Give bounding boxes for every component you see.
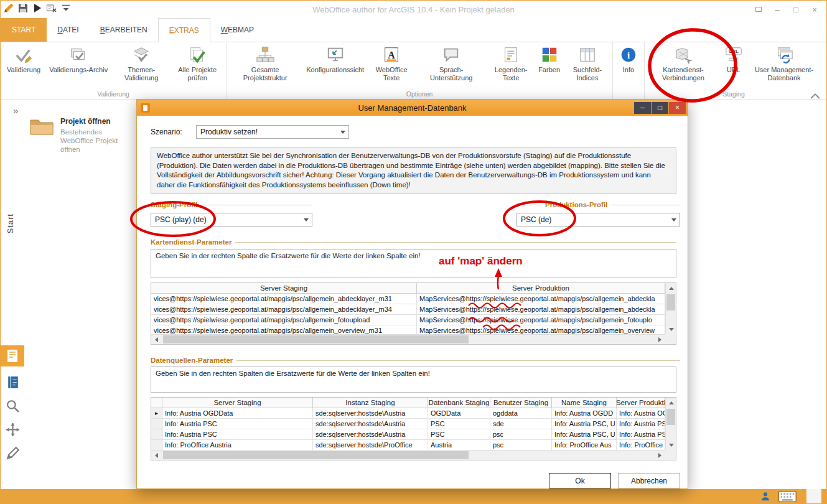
scroll-down-button[interactable] bbox=[666, 440, 676, 450]
ribbon-button-kartendienst-verbindungen[interactable]: Kartendienst-Verbindungen bbox=[647, 43, 720, 90]
dialog-minimize-button[interactable]: – bbox=[634, 102, 651, 114]
ribbon-button-alle-projekte-prüfen[interactable]: Alle Projekte prüfen bbox=[171, 43, 224, 90]
scrollbar-thumb[interactable] bbox=[163, 451, 469, 459]
table-cell: sde:sqlserver:hostsde\Austria bbox=[313, 429, 428, 440]
window-layout-icon[interactable] bbox=[749, 2, 768, 16]
keyboard-icon[interactable] bbox=[778, 491, 797, 502]
column-header[interactable]: Server Produktion bbox=[417, 283, 665, 294]
notebook-icon[interactable] bbox=[5, 375, 21, 390]
tab-datei[interactable]: DATEI bbox=[47, 18, 89, 42]
dialog-titlebar[interactable]: User Management-Datenbank – □ × bbox=[137, 100, 688, 116]
table-cell: Info: Austria OGDD bbox=[552, 408, 617, 419]
ribbon-button-url[interactable]: URLURL bbox=[720, 43, 747, 90]
ribbon-button-validierung[interactable]: Validierung bbox=[2, 43, 45, 90]
toolbar-dropdown-icon[interactable] bbox=[60, 2, 72, 14]
grid-header-row: Server StagingServer Produktion bbox=[151, 283, 665, 294]
table-cell: Info: ProOffice Aus bbox=[552, 440, 617, 450]
table-row[interactable]: vices@https://spielwiese.geoportal.at/ma… bbox=[151, 304, 665, 315]
table-row[interactable]: ►Info: Austria OGDDatasde:sqlserver:host… bbox=[151, 408, 665, 419]
ribbon-button-info[interactable]: iInfo bbox=[615, 43, 642, 90]
cancel-button[interactable]: Abbrechen bbox=[618, 473, 680, 488]
horizontal-scrollbar[interactable] bbox=[151, 450, 665, 460]
column-header[interactable]: Name Staging bbox=[552, 398, 617, 408]
search-icon[interactable] bbox=[5, 398, 21, 414]
recent-project-item[interactable]: Projekt öffnen Bestehendes WebOffice Pro… bbox=[29, 117, 139, 154]
tab-bearbeiten[interactable]: BEARBEITEN bbox=[90, 18, 158, 42]
move-icon[interactable] bbox=[5, 422, 21, 437]
table-row[interactable]: Info: Austria PSCsde:sqlserver:hostsde\A… bbox=[151, 429, 665, 440]
mapservice-parameter-label: Kartendienst-Parameter bbox=[151, 238, 231, 246]
table-row[interactable]: vices@https://spielwiese.geoportal.at/ma… bbox=[151, 315, 665, 325]
scroll-left-button[interactable] bbox=[151, 335, 162, 345]
close-button[interactable]: × bbox=[805, 2, 824, 16]
minimize-button[interactable]: – bbox=[768, 2, 787, 16]
ribbon-button-user-management-datenbank[interactable]: User Management-Datenbank bbox=[747, 43, 821, 90]
expand-panel-button[interactable]: » bbox=[13, 105, 18, 116]
table-row[interactable]: vices@https://spielwiese.geoportal.at/ma… bbox=[151, 294, 665, 304]
close-project-icon[interactable] bbox=[46, 2, 57, 14]
horizontal-scrollbar[interactable] bbox=[151, 334, 665, 344]
tab-start[interactable]: START bbox=[1, 18, 47, 42]
ribbon-button-farben[interactable]: Farben bbox=[534, 43, 564, 90]
scrollbar-thumb[interactable] bbox=[163, 335, 469, 343]
scroll-right-button[interactable] bbox=[655, 335, 665, 345]
scroll-down-button[interactable] bbox=[666, 324, 676, 334]
table-cell: Info: Austria OGDData bbox=[162, 408, 313, 419]
user-person-icon[interactable] bbox=[760, 491, 771, 502]
save-icon[interactable] bbox=[17, 2, 29, 14]
ribbon-button-weboffice-texte[interactable]: AWebOffice Texte bbox=[368, 43, 414, 90]
ribbon-button-konfigurationssicht[interactable]: Konfigurationssicht bbox=[302, 43, 368, 90]
ok-button[interactable]: Ok bbox=[549, 473, 611, 488]
ribbon-button-suchfeld-indices[interactable]: Suchfeld-Indices bbox=[564, 43, 610, 90]
column-header[interactable]: Server Staging bbox=[151, 283, 417, 294]
project-map-icon[interactable] bbox=[1, 345, 24, 366]
column-header[interactable]: Benutzer Staging bbox=[490, 398, 552, 408]
ribbon-button-themen-validierung[interactable]: Themen-Validierung bbox=[112, 43, 171, 90]
dialog-close-button[interactable]: × bbox=[669, 102, 686, 114]
tab-extras[interactable]: EXTRAS bbox=[158, 18, 210, 42]
ribbon-button-validierungs-archiv[interactable]: Validierungs-Archiv bbox=[45, 43, 112, 90]
ribbon-button-label: Validierung bbox=[7, 66, 40, 74]
vertical-scrollbar[interactable] bbox=[665, 283, 676, 334]
user-management-db-icon bbox=[775, 45, 793, 64]
table-row[interactable]: Info: Austria PSCsde:sqlserver:hostsde\A… bbox=[151, 419, 665, 429]
collapse-ribbon-button[interactable] bbox=[810, 90, 820, 98]
vertical-scrollbar[interactable] bbox=[665, 398, 676, 450]
datasource-parameter-label: Datenquellen-Parameter bbox=[151, 357, 233, 364]
column-header[interactable]: Server Staging bbox=[162, 398, 313, 408]
scrollbar-thumb[interactable] bbox=[666, 409, 675, 425]
column-header[interactable]: Instanz Staging bbox=[313, 398, 428, 408]
scrollbar-track[interactable] bbox=[666, 408, 676, 440]
production-profile-dropdown[interactable]: PSC (de) bbox=[516, 213, 680, 226]
staging-profile-dropdown[interactable]: PSC (play) (de) bbox=[151, 213, 312, 226]
ribbon-button-gesamte-projektstruktur[interactable]: Gesamte Projektstruktur bbox=[228, 43, 302, 90]
dialog-maximize-button[interactable]: □ bbox=[652, 102, 668, 114]
scrollbar-track[interactable] bbox=[666, 293, 676, 324]
scenario-dropdown[interactable]: Produktiv setzen! bbox=[196, 125, 349, 139]
table-cell: sde:sqlserver:hostsde\Austria bbox=[313, 408, 428, 419]
table-row[interactable]: vices@https://spielwiese.geoportal.at/ma… bbox=[151, 325, 665, 334]
scroll-up-button[interactable] bbox=[666, 283, 676, 293]
taskbar-tray-box[interactable] bbox=[806, 489, 821, 503]
table-row[interactable]: Info: ProOffice Austriasde:sqlserver:hos… bbox=[151, 440, 665, 450]
scroll-right-button[interactable] bbox=[655, 450, 665, 460]
scrollbar-track[interactable] bbox=[162, 450, 655, 460]
ribbon-button-legenden-texte[interactable]: Legenden-Texte bbox=[488, 43, 534, 90]
ribbon-button-label: User Management-Datenbank bbox=[752, 66, 816, 82]
ribbon-groups: ValidierungValidierungs-ArchivThemen-Val… bbox=[1, 42, 823, 100]
table-cell: vices@https://spielwiese.geoportal.at/ma… bbox=[151, 294, 417, 304]
table-cell: sde:sqlserver:hostsde\Austria bbox=[313, 419, 428, 429]
column-header[interactable]: Server Produkti bbox=[617, 398, 665, 408]
scroll-up-button[interactable] bbox=[666, 398, 676, 408]
run-icon[interactable] bbox=[32, 2, 43, 14]
maximize-button[interactable]: □ bbox=[787, 2, 805, 16]
column-header[interactable]: Datenbank Staging bbox=[428, 398, 490, 408]
tab-webmap[interactable]: WEBMAP bbox=[210, 18, 264, 42]
scrollbar-thumb[interactable] bbox=[666, 294, 675, 310]
scrollbar-track[interactable] bbox=[162, 335, 655, 344]
ribbon-button-sprach-unterstützung[interactable]: Sprach-Unterstützung bbox=[414, 43, 488, 90]
scroll-left-button[interactable] bbox=[151, 450, 162, 460]
pen-icon[interactable] bbox=[5, 446, 21, 461]
start-panel-tab[interactable]: Start bbox=[6, 213, 15, 233]
pencil-icon[interactable] bbox=[3, 2, 14, 14]
